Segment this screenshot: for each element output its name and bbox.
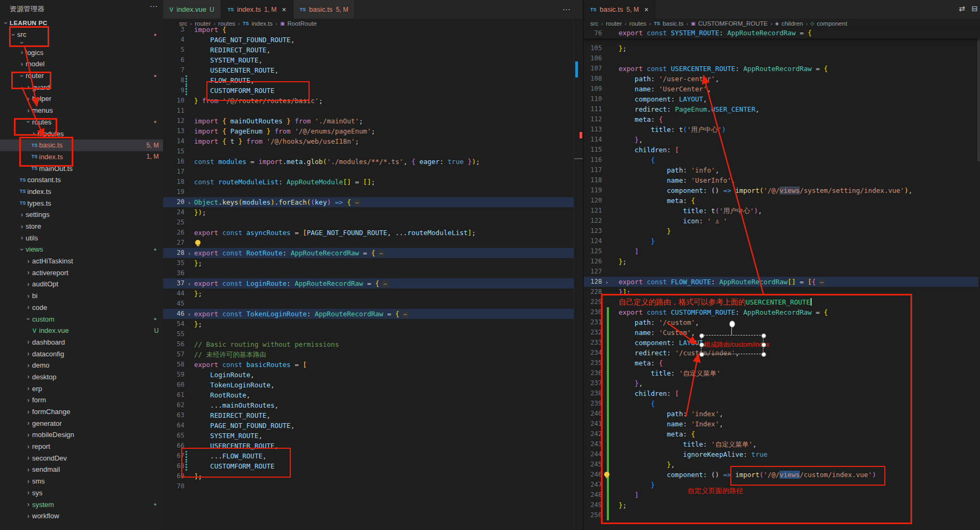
line-number[interactable]: 58 — [163, 360, 184, 370]
line-number[interactable]: 28 — [163, 248, 184, 258]
explorer-item-mainOut.ts[interactable]: TSmainOut.ts — [0, 162, 163, 174]
right-scrollbar[interactable] — [977, 28, 980, 161]
explorer-item-src[interactable]: ›src● — [0, 29, 163, 41]
code-line-231[interactable]: 231 path: '/custom', — [584, 317, 978, 328]
code-line-5[interactable]: 5 REDIRECT_ROUTE, — [163, 45, 574, 55]
line-number[interactable]: 63 — [163, 410, 184, 420]
code-line-107[interactable]: 107export const USERCENTER_ROUTE: AppRou… — [584, 64, 978, 74]
line-number[interactable]: 12 — [163, 116, 184, 126]
line-number[interactable]: 235 — [584, 358, 602, 368]
explorer-item-settings[interactable]: ›settings — [0, 209, 163, 221]
line-number[interactable]: 105 — [584, 43, 602, 53]
explorer-item-index.ts[interactable]: TSindex.ts — [0, 186, 163, 198]
line-number[interactable]: 44 — [163, 289, 184, 299]
line-number[interactable]: 14 — [163, 136, 184, 146]
code-line-61[interactable]: 61 RootRoute, — [163, 390, 574, 400]
code-line-60[interactable]: 60 TokenLoginRoute, — [163, 380, 574, 390]
line-number[interactable]: 248 — [584, 490, 602, 500]
line-number[interactable]: 18 — [163, 177, 184, 187]
code-line-18[interactable]: 18const routeModuleList: AppRouteModule[… — [163, 177, 574, 187]
explorer-item-desktop[interactable]: ›desktop — [0, 371, 163, 383]
line-number[interactable]: 118 — [584, 175, 602, 185]
line-number[interactable]: 242 — [584, 429, 602, 439]
explorer-item-bi[interactable]: ›bi — [0, 290, 163, 302]
code-line-26[interactable]: 26export const asyncRoutes = [PAGE_NOT_F… — [163, 228, 574, 238]
line-number[interactable]: 246 — [584, 470, 602, 480]
line-number[interactable]: 106 — [584, 53, 602, 64]
line-number[interactable]: 122 — [584, 216, 602, 226]
code-line-4[interactable]: 4 PAGE_NOT_FOUND_ROUTE, — [163, 35, 574, 45]
line-number[interactable]: 15 — [163, 146, 184, 157]
middle-overview-ruler[interactable] — [574, 19, 583, 530]
code-line-59[interactable]: 59 LoginRoute, — [163, 370, 574, 380]
line-number[interactable]: 120 — [584, 196, 602, 206]
code-line-109[interactable]: 109 name: 'UserCenter', — [584, 84, 978, 94]
explorer-item-form[interactable]: ›form — [0, 394, 163, 406]
explorer-item-secondDev[interactable]: ›secondDev — [0, 452, 163, 464]
line-number[interactable]: 228 — [584, 287, 602, 297]
line-number[interactable]: 65 — [163, 431, 184, 441]
code-line-249[interactable]: 249}; — [584, 500, 978, 510]
code-line-229[interactable]: 229自己定义的路由，格式可以参考上面的USERCENTER_ROUTE — [584, 297, 978, 307]
line-number[interactable]: 59 — [163, 370, 184, 380]
code-line-246[interactable]: 246 component: () => import('/@/views/cu… — [584, 470, 978, 480]
explorer-more-actions-icon[interactable]: ··· — [150, 1, 158, 10]
line-number[interactable]: 20 — [163, 197, 184, 207]
code-line-16[interactable]: 16const modules = import.meta.glob('./mo… — [163, 157, 574, 167]
code-line-124[interactable]: 124 } — [584, 236, 978, 246]
line-number[interactable]: 128 — [584, 277, 602, 287]
code-line-242[interactable]: 242 meta: { — [584, 429, 978, 439]
line-number[interactable]: 231 — [584, 317, 602, 328]
code-line-239[interactable]: 239 { — [584, 399, 978, 409]
line-number[interactable]: 245 — [584, 459, 602, 470]
breadcrumb-item[interactable]: routes — [629, 20, 646, 27]
explorer-item-modules[interactable]: ›modules — [0, 128, 163, 139]
line-number[interactable]: 64 — [163, 420, 184, 431]
line-number[interactable]: 61 — [163, 390, 184, 400]
line-number[interactable]: 240 — [584, 409, 602, 419]
line-number[interactable]: 69 — [163, 471, 184, 481]
explorer-item-store[interactable]: ›store — [0, 221, 163, 232]
line-number[interactable]: 55 — [163, 329, 184, 339]
line-number[interactable]: 35 — [163, 258, 184, 268]
code-line-8[interactable]: 8 FLOW_ROUTE, — [163, 75, 574, 85]
code-line-55[interactable]: 55 — [163, 329, 574, 339]
code-line-37[interactable]: 37›export const LoginRoute: AppRouteReco… — [163, 278, 574, 289]
explorer-item-actHiTaskinst[interactable]: ›actHiTaskinst — [0, 255, 163, 267]
explorer-item-routes[interactable]: ›routes● — [0, 116, 163, 128]
code-line-57[interactable]: 57// 未经许可的基本路由 — [163, 349, 574, 360]
explorer-item-demo[interactable]: ›demo — [0, 360, 163, 371]
handle-mid-left[interactable] — [699, 342, 704, 347]
line-number[interactable]: 8 — [163, 75, 184, 85]
line-number[interactable]: 13 — [163, 126, 184, 136]
line-number[interactable]: 121 — [584, 206, 602, 216]
handle-bottom-right[interactable] — [761, 352, 766, 357]
code-line-14[interactable]: 14import { t } from '/@/hooks/web/useI18… — [163, 136, 574, 146]
line-number[interactable]: 16 — [163, 157, 184, 167]
explorer-item-erp[interactable]: ›erp — [0, 383, 163, 394]
code-line-62[interactable]: 62 ...mainOutRoutes, — [163, 400, 574, 410]
breadcrumb-item[interactable]: component — [817, 20, 847, 27]
line-number[interactable]: 108 — [584, 74, 602, 84]
line-number[interactable]: 250 — [584, 510, 602, 520]
code-line-7[interactable]: 7 USERCENTER_ROUTE, — [163, 65, 574, 75]
explorer-item-index.ts[interactable]: TSindex.ts1, M — [0, 151, 163, 163]
line-number[interactable]: 113 — [584, 124, 602, 135]
code-line-230[interactable]: 230export const CUSTOMFORM_ROUTE: AppRou… — [584, 307, 978, 317]
line-number[interactable]: 10 — [163, 96, 184, 106]
tab-index.vue[interactable]: Vindex.vueU — [163, 0, 221, 19]
explorer-item-system[interactable]: ›system● — [0, 498, 163, 510]
line-number[interactable]: 123 — [584, 226, 602, 236]
explorer-item-views[interactable]: ›views● — [0, 244, 163, 255]
handle-top-right[interactable] — [761, 333, 766, 338]
explorer-item-model[interactable]: ›model — [0, 58, 163, 70]
code-line-247[interactable]: 247 } — [584, 480, 978, 490]
code-line-35[interactable]: 35}; — [163, 258, 574, 268]
code-line-120[interactable]: 120 meta: { — [584, 196, 978, 206]
line-number[interactable]: 24 — [163, 207, 184, 217]
code-line-235[interactable]: 235 meta: { — [584, 358, 978, 368]
line-number[interactable]: 66 — [163, 441, 184, 451]
sticky-scroll-line[interactable]: 76export const SYSTEM_ROUTE: AppRouteRec… — [584, 28, 980, 38]
line-number[interactable]: 107 — [584, 64, 602, 74]
fold-chevron-icon[interactable]: › — [184, 197, 194, 207]
